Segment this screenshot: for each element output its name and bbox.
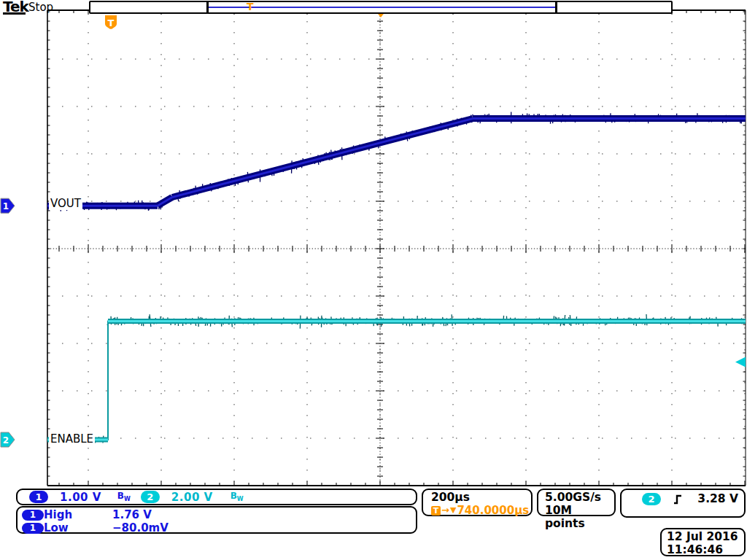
ch2-badge: 2 [141, 491, 160, 503]
ch2-scale: 2.00 V [171, 491, 213, 504]
measurement-readout[interactable]: 1 High 1.76 V 1 Low −80.0mV [16, 506, 417, 534]
record-length: 10M points [545, 504, 614, 530]
channel-scale-readout[interactable]: 1 1.00 V BW 2 2.00 V BW [16, 489, 417, 505]
ch2-bandwidth-icon: BW [231, 491, 244, 502]
waveform-vout [47, 112, 746, 211]
measurement-value: −80.0mV [112, 521, 416, 534]
acquisition-status: Stop [28, 1, 53, 14]
record-waveform-preview [209, 7, 555, 8]
trigger-readout[interactable]: 2 3.28 V [620, 489, 746, 518]
datetime-readout: 12 Jul 2016 11:46:46 [660, 528, 746, 556]
ch1-scale: 1.00 V [60, 491, 101, 504]
graticule-and-waveforms: T12 [0, 0, 747, 560]
ch1-badge: 1 [22, 510, 44, 521]
ch2-waveform-label: ENABLE [49, 432, 95, 446]
time: 11:46:46 [667, 543, 744, 556]
ch1-waveform-label: VOUT [49, 197, 82, 210]
sample-rate: 5.00GS/s [545, 491, 614, 504]
trigger-delay-value: 740.0000µs [457, 504, 529, 517]
ch1-badge: 1 [22, 523, 44, 534]
grid [47, 10, 746, 486]
date: 12 Jul 2016 [667, 530, 744, 543]
measurement-row-low: 1 Low −80.0mV [22, 521, 416, 534]
oscilloscope-screen: T12 Tek Stop T VOUT ENABLE 1 1.00 V BW 2… [0, 0, 747, 560]
ch1-bandwidth-icon: BW [117, 491, 131, 502]
record-trigger-position-marker[interactable]: T [247, 1, 254, 12]
acquisition-readout[interactable]: 5.00GS/s 10M points [537, 489, 616, 516]
trigger-source-badge: 2 [642, 493, 661, 505]
horizontal-readout[interactable]: 200µs T→▼740.0000µs [422, 489, 533, 516]
window-bracket-right [555, 2, 557, 12]
measurement-row-high: 1 High 1.76 V [22, 508, 416, 521]
waveform-enable [47, 314, 746, 443]
rising-edge-icon [673, 494, 684, 505]
measurement-value: 1.76 V [112, 508, 416, 521]
trigger-t-icon: T [431, 506, 441, 516]
measurement-name: High [44, 508, 112, 521]
trigger-level-value: 3.28 V [697, 492, 738, 505]
ch1-badge: 1 [29, 491, 48, 503]
timebase-scale: 200µs [431, 491, 531, 504]
svg-text:2: 2 [3, 435, 9, 446]
measurement-name: Low [44, 521, 112, 534]
svg-text:1: 1 [3, 201, 9, 211]
tek-logo-underline [3, 12, 26, 15]
svg-text:T: T [108, 18, 115, 28]
trigger-level-arrow[interactable] [735, 357, 746, 367]
markers: T12 [1, 11, 746, 447]
record-length-bar[interactable]: T [89, 1, 673, 14]
trigger-delay-readout: T→▼740.0000µs [431, 504, 531, 517]
